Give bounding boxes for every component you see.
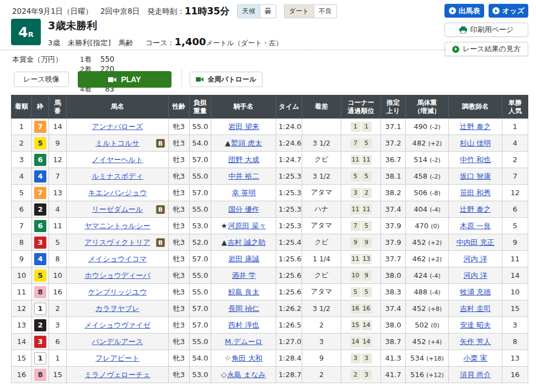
trainer-name-link[interactable]: 須貝 尚介 [460, 370, 491, 379]
side-actions: 出馬表 オッズ 印刷用ページ レース結果の見方 [444, 4, 528, 56]
horse-name-link[interactable]: ミルトコルサ [95, 139, 140, 147]
body-weight: 490 [414, 122, 427, 131]
horse-name-link[interactable]: メイショウヴァイゼ [84, 321, 151, 329]
favorite-rank: 6 [502, 201, 528, 218]
horse-name-link[interactable]: ルミナスボディ [92, 172, 143, 180]
frame-cell: 7 [32, 119, 49, 135]
horse-number: 8 [49, 251, 67, 267]
jockey-name-link[interactable]: 岩田 望来 [228, 122, 259, 131]
track-condition-badge: ダート 不良 [284, 4, 337, 18]
jockey-cell: 長岡 禎仁 [211, 300, 276, 317]
trainer-cell: 吉村 圭司 [449, 300, 502, 317]
horse-name-link[interactable]: ケンブリッジユウ [88, 288, 147, 296]
jockey-name-link[interactable]: 吉村 誠之助 [227, 238, 265, 246]
favorite-rank: 7 [502, 168, 528, 185]
trainer-name-link[interactable]: 中竹 和也 [460, 155, 491, 164]
carried-weight: 55.0 [190, 168, 211, 185]
jockey-name-link[interactable]: 長岡 禎仁 [228, 304, 259, 313]
waku-number: 5 [34, 137, 46, 149]
horse-name-link[interactable]: ミラノヴェローチェ [84, 370, 150, 379]
jockey-name-link[interactable]: 団野 大成 [228, 155, 259, 164]
jockey-name-link[interactable]: 国分 優作 [228, 205, 259, 213]
finish-time: 1:28.4 [276, 350, 302, 367]
waku-number: 3 [34, 336, 46, 348]
favorite-rank: 16 [502, 367, 528, 383]
trainer-name-link[interactable]: 坂口 智康 [460, 172, 491, 180]
trainer-name-link[interactable]: 中内田 充正 [456, 238, 494, 246]
trainer-name-link[interactable]: 辻野 泰之 [460, 205, 491, 213]
margin: 2 [302, 367, 341, 383]
play-button-label: PLAY [121, 75, 141, 84]
play-button[interactable]: PLAY [78, 71, 171, 88]
table-row: 11 8 16 ケンブリッジユウ 牝3 55.0 鮫島 良太 1:25.6 アタ… [12, 284, 528, 300]
table-row: 13 2 3 メイショウヴァイゼ 牡3 57.0 西村 淳也 1:26.5 2 … [12, 317, 528, 334]
horse-name-link[interactable]: ヤマニントゥルシー [84, 222, 150, 230]
trainer-name-link[interactable]: 木原 一良 [460, 222, 491, 230]
body-weight-cell: 424 (-4) [406, 267, 449, 284]
margin: クビ [302, 267, 341, 284]
waku-number: 2 [34, 203, 46, 216]
horse-name-cell: メイショウイコマ [67, 251, 169, 267]
trainer-name-link[interactable]: 杉山 佳明 [460, 139, 491, 147]
jockey-name-link[interactable]: 河原田 菜々 [228, 222, 266, 230]
carried-weight: 57.0 [190, 251, 211, 267]
print-page-button[interactable]: 印刷用ページ [444, 23, 528, 37]
corner-1: 14 [351, 337, 361, 347]
result-guide-button[interactable]: レース結果の見方 [444, 42, 528, 56]
trainer-name-link[interactable]: 河内 洋 [463, 271, 487, 280]
start-time-label: 発走時刻： [147, 7, 185, 17]
body-weight: 534 [410, 354, 424, 362]
jockey-name-link[interactable]: 幸 英明 [232, 189, 255, 197]
jockey-name-link[interactable]: M.デムーロ [225, 337, 262, 346]
finish-position: 10 [12, 267, 32, 284]
horse-name-link[interactable]: ノイヤーヘルト [92, 155, 143, 164]
corner-1: 1 [351, 122, 361, 132]
odds-button[interactable]: オッズ [489, 4, 528, 18]
jockey-cell: 鮫島 良太 [211, 284, 276, 300]
trainer-name-link[interactable]: 矢作 芳人 [460, 337, 491, 346]
margin [302, 119, 341, 135]
horse-name-cell: カラヲヤブレ [67, 300, 169, 317]
corner-order: 11 [341, 119, 381, 135]
corner-2: 16 [362, 304, 372, 314]
trainer-name-link[interactable]: 笹田 和秀 [460, 189, 491, 197]
jockey-name-link[interactable]: 中井 裕二 [228, 172, 259, 180]
race-number: 4 [18, 25, 28, 39]
jockey-name-link[interactable]: 永島 まなみ [227, 370, 266, 379]
horse-name-link[interactable]: キエンバンジョウ [88, 189, 147, 197]
table-row: 9 4 8 メイショウイコマ 牡3 57.0 岩田 康誠 1:25.6 1 1/… [12, 251, 528, 267]
trainer-name-link[interactable]: 辻野 泰之 [460, 122, 491, 131]
track-condition-value: 不良 [314, 5, 336, 18]
jockey-name-link[interactable]: 角田 大和 [232, 354, 262, 362]
trainer-name-link[interactable]: 小栗 実 [463, 354, 487, 362]
jockey-name-link[interactable]: 酒井 学 [232, 271, 255, 280]
prize-place: 1着 [80, 55, 91, 65]
patrol-video-button[interactable]: 全周パトロール [190, 72, 262, 87]
corner-2: 5 [362, 138, 372, 148]
body-weight: 404 [414, 205, 427, 213]
horse-name-link[interactable]: カラヲヤブレ [95, 304, 140, 313]
entries-button[interactable]: 出馬表 [444, 4, 484, 18]
jockey-name-link[interactable]: 鷲頭 虎太 [231, 139, 262, 147]
horse-name-link[interactable]: リーゼダムール [92, 205, 143, 213]
trainer-name-link[interactable]: 牧浦 充徳 [460, 288, 491, 296]
horse-name-link[interactable]: アンナバローズ [92, 122, 143, 131]
column-header: コーナー 通過順位 [341, 95, 381, 119]
trainer-name-link[interactable]: 安達 昭夫 [460, 321, 491, 329]
jockey-name-link[interactable]: 鮫島 良太 [228, 288, 259, 296]
horse-name-link[interactable]: フレアビート [95, 354, 140, 362]
horse-name-link[interactable]: ホウショウディーバ [84, 271, 150, 280]
jockey-name-link[interactable]: 西村 淳也 [228, 321, 259, 329]
trainer-name-link[interactable]: 吉村 圭司 [460, 304, 491, 313]
jockey-name-link[interactable]: 岩田 康誠 [228, 255, 259, 263]
race-video-button[interactable]: レース映像 [14, 72, 69, 87]
trainer-name-link[interactable]: 河内 洋 [463, 255, 487, 263]
race-conditions: 3歳 未勝利[指定] 馬齢 [48, 38, 133, 48]
horse-name-link[interactable]: バンデルアース [92, 337, 143, 346]
horse-name-link[interactable]: アリスヴィクトリア [84, 238, 151, 246]
jockey-cell: 岩田 康誠 [211, 251, 276, 267]
blinker-badge: B [156, 238, 165, 247]
race-header-block: 4 R 3歳未勝利 3歳 未勝利[指定] 馬齢 コース： 1,400 メートル（… [11, 19, 447, 48]
sex-age: 牡3 [169, 135, 190, 152]
horse-name-link[interactable]: メイショウイコマ [88, 255, 147, 263]
